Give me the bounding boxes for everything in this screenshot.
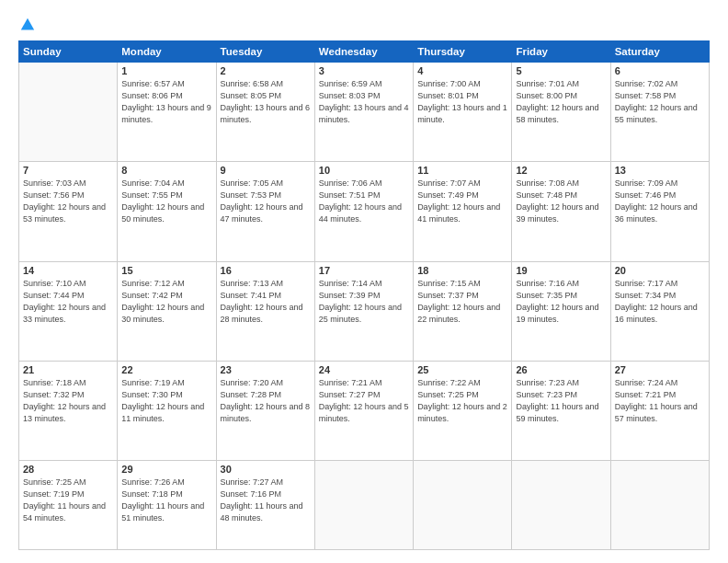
calendar-cell bbox=[314, 461, 413, 550]
day-info: Sunrise: 7:24 AMSunset: 7:21 PMDaylight:… bbox=[615, 377, 705, 425]
day-info: Sunrise: 7:15 AMSunset: 7:37 PMDaylight:… bbox=[417, 278, 507, 326]
day-number: 12 bbox=[516, 165, 606, 176]
day-info: Sunrise: 7:04 AMSunset: 7:55 PMDaylight:… bbox=[121, 178, 211, 225]
calendar-cell: 27Sunrise: 7:24 AMSunset: 7:21 PMDayligh… bbox=[610, 361, 709, 460]
day-info: Sunrise: 7:16 AMSunset: 7:35 PMDaylight:… bbox=[516, 278, 606, 326]
day-number: 3 bbox=[319, 65, 409, 76]
day-number: 30 bbox=[221, 464, 311, 475]
calendar-cell: 9Sunrise: 7:05 AMSunset: 7:53 PMDaylight… bbox=[216, 162, 314, 261]
day-number: 24 bbox=[319, 364, 409, 375]
day-number: 28 bbox=[23, 464, 113, 475]
day-info: Sunrise: 7:22 AMSunset: 7:25 PMDaylight:… bbox=[417, 377, 507, 425]
calendar-cell: 10Sunrise: 7:06 AMSunset: 7:51 PMDayligh… bbox=[314, 162, 413, 261]
calendar-cell: 8Sunrise: 7:04 AMSunset: 7:55 PMDaylight… bbox=[118, 162, 216, 261]
day-number: 27 bbox=[615, 364, 705, 375]
calendar-cell bbox=[610, 461, 709, 550]
calendar-cell: 4Sunrise: 7:00 AMSunset: 8:01 PMDaylight… bbox=[414, 63, 512, 162]
day-number: 6 bbox=[615, 65, 705, 76]
day-number: 2 bbox=[221, 65, 311, 76]
day-number: 5 bbox=[516, 65, 606, 76]
logo bbox=[18, 17, 36, 31]
day-info: Sunrise: 7:14 AMSunset: 7:39 PMDaylight:… bbox=[319, 278, 409, 326]
day-number: 26 bbox=[516, 364, 606, 375]
calendar-cell: 28Sunrise: 7:25 AMSunset: 7:19 PMDayligh… bbox=[19, 461, 118, 550]
day-info: Sunrise: 7:01 AMSunset: 8:00 PMDaylight:… bbox=[516, 78, 606, 126]
day-number: 10 bbox=[319, 165, 409, 176]
day-number: 21 bbox=[23, 364, 113, 375]
header bbox=[18, 17, 710, 31]
calendar-cell: 2Sunrise: 6:58 AMSunset: 8:05 PMDaylight… bbox=[216, 63, 314, 162]
day-number: 7 bbox=[23, 165, 113, 176]
day-info: Sunrise: 7:00 AMSunset: 8:01 PMDaylight:… bbox=[417, 78, 507, 126]
day-number: 20 bbox=[615, 265, 705, 276]
calendar-cell: 1Sunrise: 6:57 AMSunset: 8:06 PMDaylight… bbox=[118, 63, 216, 162]
day-info: Sunrise: 7:13 AMSunset: 7:41 PMDaylight:… bbox=[221, 278, 311, 326]
day-number: 25 bbox=[417, 364, 507, 375]
calendar-cell bbox=[414, 461, 512, 550]
weekday-header-tuesday: Tuesday bbox=[216, 41, 314, 63]
day-number: 15 bbox=[121, 265, 211, 276]
calendar-table: SundayMondayTuesdayWednesdayThursdayFrid… bbox=[18, 40, 710, 550]
calendar-cell: 23Sunrise: 7:20 AMSunset: 7:28 PMDayligh… bbox=[216, 361, 314, 460]
day-info: Sunrise: 7:10 AMSunset: 7:44 PMDaylight:… bbox=[23, 278, 113, 326]
day-number: 16 bbox=[221, 265, 311, 276]
calendar-cell: 13Sunrise: 7:09 AMSunset: 7:46 PMDayligh… bbox=[610, 162, 709, 261]
weekday-header-saturday: Saturday bbox=[610, 41, 709, 63]
day-number: 13 bbox=[615, 165, 705, 176]
day-info: Sunrise: 6:59 AMSunset: 8:03 PMDaylight:… bbox=[319, 78, 409, 126]
day-info: Sunrise: 7:25 AMSunset: 7:19 PMDaylight:… bbox=[23, 477, 113, 524]
calendar-cell: 15Sunrise: 7:12 AMSunset: 7:42 PMDayligh… bbox=[118, 261, 216, 361]
day-number: 9 bbox=[221, 165, 311, 176]
weekday-header-friday: Friday bbox=[512, 41, 610, 63]
day-info: Sunrise: 7:02 AMSunset: 7:58 PMDaylight:… bbox=[615, 78, 705, 126]
day-info: Sunrise: 7:12 AMSunset: 7:42 PMDaylight:… bbox=[121, 278, 211, 326]
calendar-cell: 25Sunrise: 7:22 AMSunset: 7:25 PMDayligh… bbox=[414, 361, 512, 460]
day-number: 8 bbox=[121, 165, 211, 176]
calendar-cell: 18Sunrise: 7:15 AMSunset: 7:37 PMDayligh… bbox=[414, 261, 512, 361]
day-info: Sunrise: 7:08 AMSunset: 7:48 PMDaylight:… bbox=[516, 178, 606, 225]
calendar-cell: 3Sunrise: 6:59 AMSunset: 8:03 PMDaylight… bbox=[314, 63, 413, 162]
day-info: Sunrise: 7:27 AMSunset: 7:16 PMDaylight:… bbox=[221, 477, 311, 524]
day-info: Sunrise: 7:21 AMSunset: 7:27 PMDaylight:… bbox=[319, 377, 409, 425]
weekday-header-wednesday: Wednesday bbox=[314, 41, 413, 63]
day-info: Sunrise: 6:57 AMSunset: 8:06 PMDaylight:… bbox=[121, 78, 211, 126]
calendar-cell: 17Sunrise: 7:14 AMSunset: 7:39 PMDayligh… bbox=[314, 261, 413, 361]
calendar-cell: 29Sunrise: 7:26 AMSunset: 7:18 PMDayligh… bbox=[118, 461, 216, 550]
day-number: 23 bbox=[221, 364, 311, 375]
day-info: Sunrise: 7:23 AMSunset: 7:23 PMDaylight:… bbox=[516, 377, 606, 425]
day-info: Sunrise: 7:18 AMSunset: 7:32 PMDaylight:… bbox=[23, 377, 113, 425]
day-info: Sunrise: 7:26 AMSunset: 7:18 PMDaylight:… bbox=[121, 477, 211, 524]
day-number: 1 bbox=[121, 65, 211, 76]
day-number: 17 bbox=[319, 265, 409, 276]
day-info: Sunrise: 6:58 AMSunset: 8:05 PMDaylight:… bbox=[221, 78, 311, 126]
day-info: Sunrise: 7:19 AMSunset: 7:30 PMDaylight:… bbox=[121, 377, 211, 425]
calendar-cell: 11Sunrise: 7:07 AMSunset: 7:49 PMDayligh… bbox=[414, 162, 512, 261]
calendar-cell: 22Sunrise: 7:19 AMSunset: 7:30 PMDayligh… bbox=[118, 361, 216, 460]
day-number: 19 bbox=[516, 265, 606, 276]
calendar-header-row: SundayMondayTuesdayWednesdayThursdayFrid… bbox=[19, 41, 710, 63]
day-info: Sunrise: 7:20 AMSunset: 7:28 PMDaylight:… bbox=[221, 377, 311, 425]
svg-marker-0 bbox=[21, 18, 34, 30]
weekday-header-thursday: Thursday bbox=[414, 41, 512, 63]
calendar-cell bbox=[19, 63, 118, 162]
day-info: Sunrise: 7:09 AMSunset: 7:46 PMDaylight:… bbox=[615, 178, 705, 225]
day-info: Sunrise: 7:17 AMSunset: 7:34 PMDaylight:… bbox=[615, 278, 705, 326]
day-info: Sunrise: 7:07 AMSunset: 7:49 PMDaylight:… bbox=[417, 178, 507, 225]
calendar-cell: 7Sunrise: 7:03 AMSunset: 7:56 PMDaylight… bbox=[19, 162, 118, 261]
page: SundayMondayTuesdayWednesdayThursdayFrid… bbox=[0, 0, 728, 563]
day-info: Sunrise: 7:03 AMSunset: 7:56 PMDaylight:… bbox=[23, 178, 113, 225]
calendar-cell bbox=[512, 461, 610, 550]
calendar-cell: 30Sunrise: 7:27 AMSunset: 7:16 PMDayligh… bbox=[216, 461, 314, 550]
day-number: 4 bbox=[417, 65, 507, 76]
logo-icon bbox=[19, 17, 36, 33]
day-info: Sunrise: 7:06 AMSunset: 7:51 PMDaylight:… bbox=[319, 178, 409, 225]
calendar-cell: 20Sunrise: 7:17 AMSunset: 7:34 PMDayligh… bbox=[610, 261, 709, 361]
weekday-header-sunday: Sunday bbox=[19, 41, 118, 63]
weekday-header-monday: Monday bbox=[118, 41, 216, 63]
calendar-cell: 19Sunrise: 7:16 AMSunset: 7:35 PMDayligh… bbox=[512, 261, 610, 361]
calendar-cell: 16Sunrise: 7:13 AMSunset: 7:41 PMDayligh… bbox=[216, 261, 314, 361]
day-number: 29 bbox=[121, 464, 211, 475]
calendar-cell: 5Sunrise: 7:01 AMSunset: 8:00 PMDaylight… bbox=[512, 63, 610, 162]
day-number: 11 bbox=[417, 165, 507, 176]
calendar-cell: 6Sunrise: 7:02 AMSunset: 7:58 PMDaylight… bbox=[610, 63, 709, 162]
